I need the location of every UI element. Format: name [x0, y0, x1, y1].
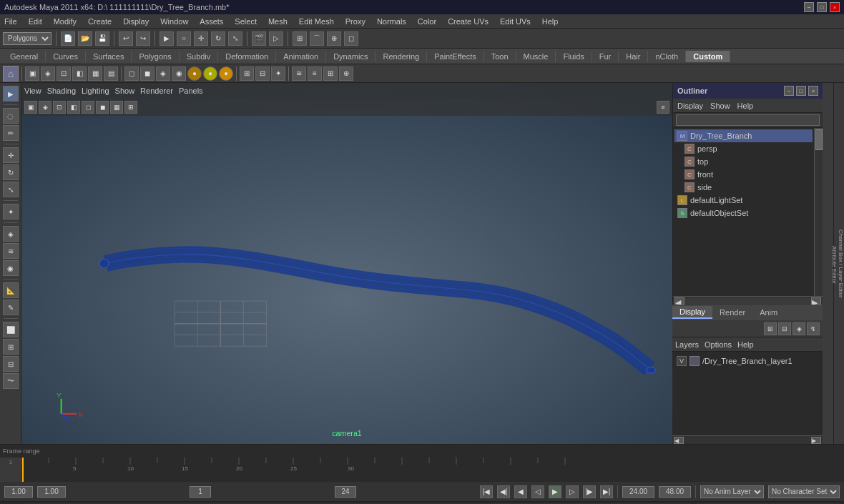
vp-icon-7[interactable]: ▦ — [110, 101, 123, 114]
universal-tool[interactable]: ✦ — [3, 204, 19, 219]
layer-visibility[interactable]: V — [677, 356, 687, 366]
icon-e[interactable]: ▦ — [88, 66, 102, 81]
icon-i[interactable]: ◈ — [156, 66, 170, 81]
anim-layer-select[interactable]: No Anim Layer — [700, 485, 764, 498]
panels-menu[interactable]: Panels — [179, 87, 203, 95]
go-end-button[interactable]: ▶| — [600, 485, 613, 498]
icon-c[interactable]: ⊡ — [57, 66, 71, 81]
rotate-icon[interactable]: ↻ — [211, 31, 225, 46]
curve3d-tool[interactable]: 〜 — [3, 373, 19, 389]
outliner-hscrollbar[interactable]: ◀ ▶ — [673, 296, 823, 305]
layer-hscrollbar[interactable]: ◀ ▶ — [672, 435, 823, 444]
menu-item-normals[interactable]: Normals — [376, 17, 408, 26]
show-menu[interactable]: Show — [115, 87, 135, 95]
outliner-search-input[interactable] — [676, 114, 820, 126]
icon-r[interactable]: ≡ — [308, 66, 322, 81]
layer-icon-4[interactable]: ↯ — [807, 322, 820, 335]
plane-tool[interactable]: ⬜ — [3, 322, 19, 337]
layer-swatch[interactable] — [690, 356, 700, 366]
icon-j[interactable]: ◉ — [172, 66, 186, 81]
icon-n[interactable]: ⊞ — [240, 66, 254, 81]
lighting-menu[interactable]: Lighting — [82, 87, 109, 95]
icon-d[interactable]: ◧ — [72, 66, 87, 81]
tab-painteffects[interactable]: PaintEffects — [427, 51, 484, 62]
lasso-tool[interactable]: ◌ — [3, 108, 19, 124]
icon-o[interactable]: ⊟ — [255, 66, 270, 81]
layer-icon-3[interactable]: ◈ — [793, 322, 805, 335]
icon-t[interactable]: ⊕ — [339, 66, 353, 81]
snap-point-icon[interactable]: ⊕ — [327, 31, 341, 46]
step-forward-button[interactable]: ▷ — [566, 485, 579, 498]
tab-polygons[interactable]: Polygons — [132, 51, 179, 62]
outliner-item-dry-tree-branch[interactable]: M Dry_Tree_Branch — [674, 129, 813, 142]
outliner-min-button[interactable]: − — [784, 86, 794, 96]
outliner-item-side[interactable]: C side — [674, 181, 813, 194]
current-frame-input[interactable] — [4, 486, 33, 498]
scale-icon[interactable]: ⤡ — [228, 31, 242, 46]
lattice-tool[interactable]: ⊟ — [3, 356, 19, 372]
grid-tool[interactable]: ⊞ — [3, 339, 19, 355]
icon-a[interactable]: ▣ — [25, 66, 39, 81]
outliner-display-menu[interactable]: Display — [677, 102, 703, 110]
viewport[interactable]: View Shading Lighting Show Renderer Pane… — [21, 83, 672, 444]
layer-opt-layers[interactable]: Layers — [675, 340, 699, 349]
renderer-menu[interactable]: Renderer — [140, 87, 173, 95]
vp-icon-5[interactable]: ◻ — [82, 101, 94, 114]
lasso-icon[interactable]: ○ — [177, 31, 191, 46]
tab-dynamics[interactable]: Dynamics — [326, 51, 376, 62]
outliner-scroll-right[interactable]: ▶ — [811, 297, 821, 305]
select-tool-icon[interactable]: ▶ — [160, 31, 174, 46]
redo-icon[interactable]: ↪ — [136, 31, 150, 46]
view-menu[interactable]: View — [24, 87, 41, 95]
icon-p[interactable]: ✦ — [271, 66, 285, 81]
play-forward-button[interactable]: ▶ — [549, 485, 561, 498]
save-scene-icon[interactable]: 💾 — [95, 31, 109, 46]
menu-item-assets[interactable]: Assets — [198, 17, 225, 26]
tab-rendering[interactable]: Rendering — [376, 51, 427, 62]
paint-tool[interactable]: ✏ — [3, 125, 19, 141]
icon-g[interactable]: ◻ — [124, 66, 139, 81]
icon-h[interactable]: ◼ — [140, 66, 154, 81]
channel-box-tab[interactable]: Channel Box / Layer Editor — [838, 227, 844, 301]
tab-hair[interactable]: Hair — [619, 51, 648, 62]
minimize-button[interactable]: − — [804, 2, 814, 12]
ipr-icon[interactable]: ▷ — [269, 31, 283, 46]
vp-icon-end[interactable]: ≡ — [657, 101, 669, 114]
menu-item-modify[interactable]: Modify — [52, 17, 78, 26]
frame-field[interactable] — [190, 486, 211, 498]
snap-surface-icon[interactable]: ◻ — [344, 31, 358, 46]
vp-icon-3[interactable]: ⊡ — [53, 101, 66, 114]
outliner-max-button[interactable]: □ — [796, 86, 806, 96]
tab-custom[interactable]: Custom — [686, 51, 730, 62]
close-button[interactable]: × — [830, 2, 840, 12]
outliner-scrollbar[interactable] — [814, 128, 823, 296]
layer-tab-anim[interactable]: Anim — [752, 307, 785, 318]
tab-surfaces[interactable]: Surfaces — [86, 51, 132, 62]
layer-opt-options[interactable]: Options — [705, 340, 732, 349]
tab-muscle[interactable]: Muscle — [516, 51, 556, 62]
icon-s[interactable]: ⊞ — [323, 66, 338, 81]
icon-k[interactable]: ● — [187, 66, 202, 81]
menu-item-edit[interactable]: Edit — [27, 17, 44, 26]
menu-item-create-uvs[interactable]: Create UVs — [446, 17, 490, 26]
move-tool[interactable]: ✛ — [3, 147, 19, 163]
layer-tab-display[interactable]: Display — [672, 306, 712, 319]
prev-key-button[interactable]: ◀| — [497, 485, 510, 498]
menu-item-mesh[interactable]: Mesh — [267, 17, 289, 26]
outliner-help-menu[interactable]: Help — [737, 102, 754, 110]
rotate-tool[interactable]: ↻ — [3, 164, 19, 180]
icon-b[interactable]: ◈ — [41, 66, 55, 81]
show-hide-tool[interactable]: ◈ — [3, 226, 19, 242]
vp-icon-4[interactable]: ◧ — [67, 101, 80, 114]
undo-icon[interactable]: ↩ — [119, 31, 133, 46]
shading-menu[interactable]: Shading — [47, 87, 76, 95]
outliner-close-button[interactable]: × — [808, 86, 818, 96]
move-icon[interactable]: ✛ — [194, 31, 208, 46]
menu-item-window[interactable]: Window — [159, 17, 190, 26]
icon-q[interactable]: ≋ — [292, 66, 306, 81]
tab-ncloth[interactable]: nCloth — [648, 51, 686, 62]
outliner-show-menu[interactable]: Show — [710, 102, 730, 110]
next-key-button[interactable]: |▶ — [583, 485, 596, 498]
outliner-item-defaultobjectset[interactable]: S defaultObjectSet — [674, 207, 813, 219]
tab-animation[interactable]: Animation — [276, 51, 326, 62]
